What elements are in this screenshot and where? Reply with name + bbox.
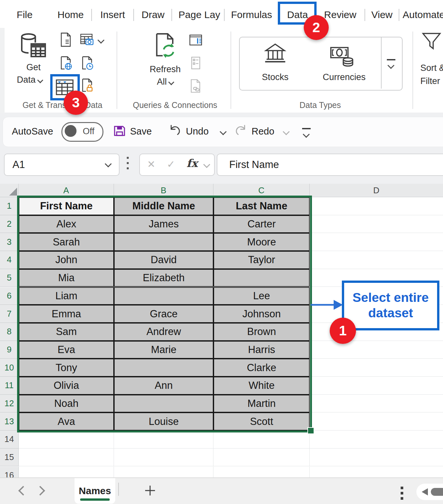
row-header-5[interactable]: 5 (0, 269, 19, 287)
ribbon-tab-draw[interactable]: Draw (138, 7, 168, 22)
ribbon-tab-page-lay[interactable]: Page Lay (175, 7, 224, 22)
save-button[interactable] (113, 124, 126, 137)
cell-C13[interactable]: Scott (213, 412, 310, 430)
ribbon-tab-insert[interactable]: Insert (96, 7, 129, 22)
cell-B6[interactable] (114, 287, 213, 305)
ribbon-tab-formulas[interactable]: Formulas (227, 7, 277, 22)
cell-B12[interactable] (114, 395, 213, 413)
cell-B15[interactable] (114, 449, 213, 467)
get-data-label-line2[interactable]: Data (15, 75, 44, 85)
cell-B5[interactable]: Elizabeth (114, 269, 213, 287)
undo-button[interactable] (168, 124, 182, 137)
sort-filter-label-line2[interactable]: Filter (420, 76, 443, 86)
sheet-bar-options-icon[interactable] (401, 487, 403, 502)
row-header-10[interactable]: 10 (0, 359, 19, 377)
row-header-11[interactable]: 11 (0, 377, 19, 395)
save-label[interactable]: Save (130, 126, 152, 137)
cell-B2[interactable]: James (114, 215, 213, 233)
row-header-6[interactable]: 6 (0, 287, 19, 305)
cell-A7[interactable]: Emma (19, 305, 114, 323)
sheet-nav-left-icon[interactable] (18, 486, 28, 496)
row-header-12[interactable]: 12 (0, 395, 19, 413)
cell-C9[interactable]: Harris (213, 341, 310, 359)
edit-links-button[interactable] (188, 79, 203, 93)
cell-C12[interactable]: Martin (213, 395, 310, 413)
sort-filter-button[interactable] (421, 32, 442, 52)
currencies-button[interactable] (330, 44, 355, 69)
cell-B8[interactable]: Andrew (114, 323, 213, 341)
cell-C3[interactable]: Moore (213, 233, 310, 251)
new-sheet-button[interactable] (144, 484, 157, 497)
cell-D13[interactable] (310, 412, 443, 430)
cell-C10[interactable]: Clarke (213, 359, 310, 377)
row-header-14[interactable]: 14 (0, 430, 19, 449)
cell-C14[interactable] (213, 430, 310, 449)
cell-B11[interactable]: Ann (114, 377, 213, 395)
gallery-scroll-more-button[interactable] (387, 59, 395, 68)
cell-A15[interactable] (19, 449, 114, 467)
horizontal-scrollbar[interactable] (416, 484, 443, 500)
row-header-15[interactable]: 15 (0, 449, 19, 467)
column-header-A[interactable]: A (19, 184, 114, 197)
ribbon-tab-automate[interactable]: Automate (403, 7, 443, 22)
cell-D9[interactable] (310, 341, 443, 359)
cell-C5[interactable] (213, 269, 310, 287)
cell-C4[interactable]: Taylor (213, 251, 310, 269)
recent-sources-button[interactable] (80, 56, 95, 71)
cell-B1[interactable]: Middle Name (114, 197, 213, 215)
cell-D3[interactable] (310, 233, 443, 251)
undo-label[interactable]: Undo (186, 126, 209, 137)
currencies-label[interactable]: Currencies (316, 72, 372, 82)
stocks-label[interactable]: Stocks (257, 72, 293, 82)
cell-B7[interactable]: Grace (114, 305, 213, 323)
get-data-label-line1[interactable]: Get (19, 62, 48, 73)
from-text-csv-button[interactable] (58, 32, 74, 47)
from-web-button[interactable] (58, 56, 74, 71)
fx-dropdown-icon[interactable] (203, 161, 210, 168)
cell-A9[interactable]: Eva (19, 341, 114, 359)
existing-connections-button[interactable] (80, 78, 95, 93)
row-header-4[interactable]: 4 (0, 251, 19, 269)
refresh-all-label-line2[interactable]: All (145, 77, 185, 87)
ribbon-tab-home[interactable]: Home (54, 7, 88, 22)
sheet-tab-names[interactable]: Names (75, 478, 115, 504)
enter-icon[interactable]: ✓ (167, 158, 175, 170)
cell-C11[interactable]: White (213, 377, 310, 395)
cancel-icon[interactable]: ✕ (147, 158, 155, 170)
cell-C8[interactable]: Brown (213, 323, 310, 341)
column-header-C[interactable]: C (213, 184, 310, 197)
cell-A2[interactable]: Alex (19, 215, 114, 233)
refresh-all-label-line1[interactable]: Refresh (145, 64, 185, 74)
fill-handle[interactable] (307, 427, 314, 434)
column-header-D[interactable]: D (310, 184, 443, 197)
get-data-button[interactable] (19, 32, 48, 61)
name-box[interactable]: A1 (4, 154, 120, 176)
ribbon-tab-view[interactable]: View (368, 7, 396, 22)
refresh-all-button[interactable] (152, 32, 179, 59)
formula-bar-input[interactable]: First Name (217, 154, 443, 176)
insert-function-icon[interactable]: fx (187, 157, 198, 170)
customize-qat-button[interactable] (302, 128, 311, 137)
cell-A11[interactable]: Olivia (19, 377, 114, 395)
row-header-3[interactable]: 3 (0, 233, 19, 251)
cell-D11[interactable] (310, 377, 443, 395)
cell-A8[interactable]: Sam (19, 323, 114, 341)
cell-D2[interactable] (310, 215, 443, 233)
cell-A4[interactable]: John (19, 251, 114, 269)
redo-button[interactable] (234, 124, 248, 137)
cell-C2[interactable]: Carter (213, 215, 310, 233)
select-all-button[interactable] (0, 184, 19, 197)
formula-bar-splitter[interactable] (127, 157, 129, 173)
cell-A5[interactable]: Mia (19, 269, 114, 287)
cell-A13[interactable]: Ava (19, 412, 114, 430)
row-header-13[interactable]: 13 (0, 412, 19, 430)
scroll-left-icon[interactable] (422, 488, 428, 495)
sheet-nav-right-icon[interactable] (35, 486, 45, 496)
cell-C6[interactable]: Lee (213, 287, 310, 305)
cell-B13[interactable]: Louise (114, 412, 213, 430)
cell-C1[interactable]: Last Name (213, 197, 310, 215)
cell-A14[interactable] (19, 430, 114, 449)
cell-D1[interactable] (310, 197, 443, 215)
stocks-button[interactable] (264, 42, 287, 65)
cell-D10[interactable] (310, 359, 443, 377)
